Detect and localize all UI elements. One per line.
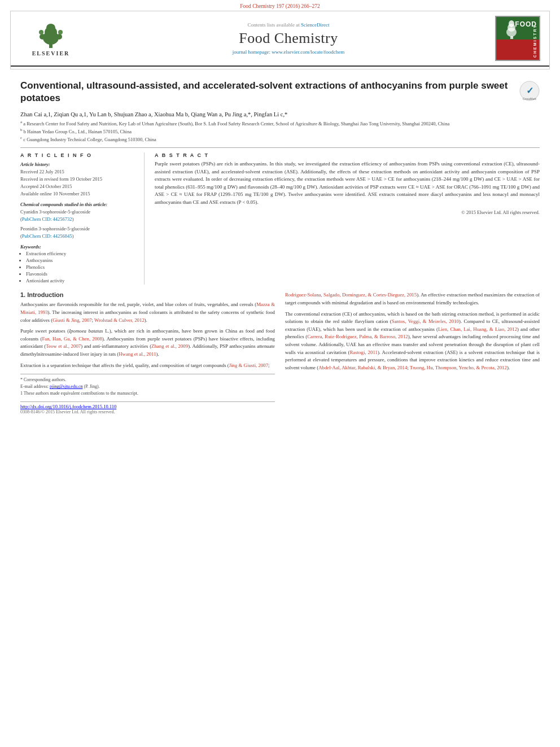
badge-chemistry-text: CHEMISTRY	[533, 37, 537, 58]
intro-right-col: Rodriguez-Solana, Salgado, Dominguez, & …	[285, 291, 540, 414]
footnotes-section: * Corresponding authors. E-mail address:…	[20, 374, 275, 397]
sciencedirect-anchor[interactable]: ScienceDirect	[301, 22, 329, 28]
journal-ref-text: Food Chemistry 197 (2016) 266–272	[240, 3, 320, 9]
authors-line: Zhan Cai a,1, Ziqian Qu a,1, Yu Lan b, S…	[20, 111, 540, 117]
revised-date: Received in revised form 19 October 2015	[20, 176, 138, 183]
keywords-label: Keywords:	[20, 244, 138, 250]
header-top: ELSEVIER Contents lists available at Sci…	[11, 11, 549, 63]
journal-title-main: Food Chemistry	[239, 30, 338, 47]
affiliation-b: b b Hainan Yedao Group Co., Ltd., Hainan…	[20, 128, 540, 136]
affiliation-c: c c Guangdong Industry Technical College…	[20, 136, 540, 143]
footnote-email: E-mail address: pjing@sjtu.edu.cn (P. Ji…	[20, 383, 275, 390]
food-chemistry-badge-wrapper: FOOD CHEMISTRY	[495, 16, 540, 61]
keyword-2: Anthocyanins	[26, 257, 138, 263]
chemical-2: Peonidin 3-sophoroside-5-glucoside(PubCh…	[20, 225, 138, 240]
rights-line: 0308-8146/© 2015 Elsevier Ltd. All right…	[20, 409, 275, 414]
svg-text:✓: ✓	[526, 86, 533, 95]
intro-right-para-1: Rodriguez-Solana, Salgado, Dominguez, & …	[285, 291, 540, 307]
intro-para-3: Extraction is a separation technique tha…	[20, 362, 275, 370]
two-column-info-abstract: A R T I C L E I N F O Article history: R…	[20, 152, 540, 285]
elsevier-tree-icon	[31, 21, 71, 49]
keyword-3: Phenolics	[26, 264, 138, 270]
chemical-label: Chemical compounds studied in this artic…	[20, 202, 138, 207]
elsevier-logo-area: ELSEVIER	[20, 21, 82, 56]
header-divider	[11, 65, 549, 67]
keywords-list: Extraction efficiency Anthocyanins Pheno…	[26, 251, 138, 283]
abstract-label: A B S T R A C T	[155, 152, 540, 158]
introduction-section: 1. Introduction Anthocyanins are flavono…	[20, 291, 540, 414]
intro-right-para-2: The conventional extraction (CE) of anth…	[285, 311, 540, 372]
accepted-date: Accepted 24 October 2015	[20, 183, 138, 190]
svg-text:CrossMark: CrossMark	[523, 97, 537, 101]
sciencedirect-link: Contents lists available at ScienceDirec…	[248, 22, 330, 28]
copyright-line: © 2015 Elsevier Ltd. All rights reserved…	[155, 209, 540, 215]
abstract-text: Purple sweet potatoes (PSPs) are rich in…	[155, 160, 540, 206]
article-info-label: A R T I C L E I N F O	[20, 152, 138, 158]
footnote-equal-contrib: 1 These authors made equivalent contribu…	[20, 390, 275, 397]
intro-heading: 1. Introduction	[20, 291, 275, 298]
bottom-bar: http://dx.doi.org/10.1016/j.foodchem.201…	[20, 401, 275, 414]
affiliations: a a Research Center for Food Safety and …	[20, 120, 540, 143]
article-info-column: A R T I C L E I N F O Article history: R…	[20, 152, 145, 285]
keyword-5: Antioxidant activity	[26, 278, 138, 283]
header-center: Contents lists available at ScienceDirec…	[82, 22, 495, 55]
svg-point-6	[39, 30, 43, 34]
elsevier-label: ELSEVIER	[32, 50, 70, 56]
sciencedirect-prefix: Contents lists available at	[248, 22, 301, 28]
homepage-link[interactable]: journal homepage: www.elsevier.com/locat…	[233, 49, 344, 55]
svg-point-3	[46, 24, 55, 32]
available-date: Available online 10 November 2015	[20, 190, 138, 198]
intro-para-1: Anthocyanins are flavonoids responsible …	[20, 301, 275, 324]
crossmark-icon: ✓ CrossMark	[519, 81, 540, 101]
keyword-4: Flavonoids	[26, 271, 138, 277]
history-label: Article history:	[20, 161, 138, 167]
article-content: Conventional, ultrasound-assisted, and a…	[0, 69, 560, 423]
section-divider-1	[20, 147, 540, 148]
authors-text: Zhan Cai a,1, Ziqian Qu a,1, Yu Lan b, S…	[20, 111, 287, 117]
affiliation-a: a a Research Center for Food Safety and …	[20, 120, 540, 128]
journal-ref-bar: Food Chemistry 197 (2016) 266–272	[0, 0, 560, 11]
svg-point-5	[56, 34, 62, 40]
chemical-1: Cyanidin 3-sophoroside-5-glucoside(PubCh…	[20, 208, 138, 223]
introduction-two-col: 1. Introduction Anthocyanins are flavono…	[20, 291, 540, 414]
svg-point-7	[58, 30, 63, 34]
title-section: Conventional, ultrasound-assisted, and a…	[20, 74, 540, 108]
doi-link: http://dx.doi.org/10.1016/j.foodchem.201…	[20, 404, 275, 409]
journal-homepage: journal homepage: www.elsevier.com/locat…	[233, 49, 344, 55]
article-title: Conventional, ultrasound-assisted, and a…	[20, 80, 514, 104]
svg-point-4	[40, 34, 45, 40]
intro-left-col: 1. Introduction Anthocyanins are flavono…	[20, 291, 275, 414]
received-date: Received 22 July 2015	[20, 168, 138, 176]
header-area: ELSEVIER Contents lists available at Sci…	[10, 11, 550, 69]
footnote-corresponding: * Corresponding authors.	[20, 377, 275, 383]
keyword-1: Extraction efficiency	[26, 251, 138, 256]
abstract-column: A B S T R A C T Purple sweet potatoes (P…	[155, 152, 540, 285]
page-wrapper: Food Chemistry 197 (2016) 266–272 E	[0, 0, 560, 747]
intro-para-2: Purple sweet potatoes (Ipomoea batatas L…	[20, 327, 275, 359]
svg-point-11	[509, 20, 514, 27]
